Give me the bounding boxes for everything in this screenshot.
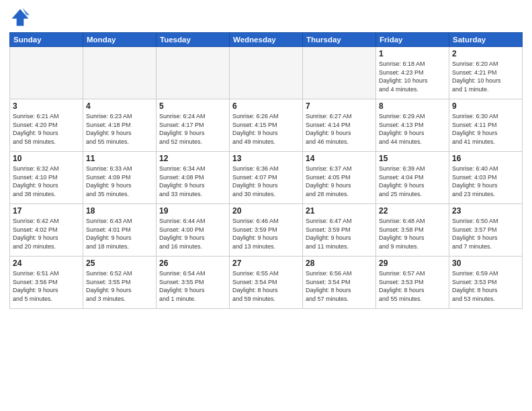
day-info: Sunrise: 6:39 AM Sunset: 4:04 PM Dayligh… [379,165,446,198]
calendar-cell: 24Sunrise: 6:51 AM Sunset: 3:56 PM Dayli… [10,257,83,309]
calendar-cell: 14Sunrise: 6:37 AM Sunset: 4:05 PM Dayli… [303,152,376,204]
calendar-cell: 3Sunrise: 6:21 AM Sunset: 4:20 PM Daylig… [10,99,83,152]
calendar-week-3: 17Sunrise: 6:42 AM Sunset: 4:02 PM Dayli… [10,204,523,257]
calendar-cell: 21Sunrise: 6:47 AM Sunset: 3:59 PM Dayli… [303,204,376,257]
calendar-cell: 29Sunrise: 6:57 AM Sunset: 3:53 PM Dayli… [376,257,449,309]
day-number: 6 [232,101,300,111]
day-info: Sunrise: 6:30 AM Sunset: 4:11 PM Dayligh… [452,112,519,146]
day-info: Sunrise: 6:24 AM Sunset: 4:17 PM Dayligh… [159,112,226,146]
calendar-cell: 2Sunrise: 6:20 AM Sunset: 4:21 PM Daylig… [449,47,523,99]
day-number: 23 [452,206,519,216]
day-info: Sunrise: 6:46 AM Sunset: 3:59 PM Dayligh… [232,217,300,250]
calendar-header-row: SundayMondayTuesdayWednesdayThursdayFrid… [10,33,523,47]
day-info: Sunrise: 6:40 AM Sunset: 4:03 PM Dayligh… [452,165,519,198]
calendar-cell: 26Sunrise: 6:54 AM Sunset: 3:55 PM Dayli… [157,257,230,309]
calendar-cell [157,47,230,99]
calendar-cell: 15Sunrise: 6:39 AM Sunset: 4:04 PM Dayli… [376,152,449,204]
day-info: Sunrise: 6:43 AM Sunset: 4:01 PM Dayligh… [86,217,153,250]
column-header-tuesday: Tuesday [157,33,230,47]
day-number: 24 [13,259,80,268]
day-number: 17 [13,206,80,216]
day-info: Sunrise: 6:23 AM Sunset: 4:18 PM Dayligh… [86,112,153,146]
day-info: Sunrise: 6:32 AM Sunset: 4:10 PM Dayligh… [13,165,80,198]
day-info: Sunrise: 6:57 AM Sunset: 3:53 PM Dayligh… [379,269,446,303]
day-info: Sunrise: 6:36 AM Sunset: 4:07 PM Dayligh… [232,165,300,198]
calendar-cell: 8Sunrise: 6:29 AM Sunset: 4:13 PM Daylig… [376,99,449,152]
calendar-week-2: 10Sunrise: 6:32 AM Sunset: 4:10 PM Dayli… [10,152,523,204]
calendar-cell: 5Sunrise: 6:24 AM Sunset: 4:17 PM Daylig… [157,99,230,152]
calendar-cell: 9Sunrise: 6:30 AM Sunset: 4:11 PM Daylig… [449,99,523,152]
day-number: 5 [159,101,226,111]
calendar-cell: 18Sunrise: 6:43 AM Sunset: 4:01 PM Dayli… [83,204,157,257]
day-info: Sunrise: 6:56 AM Sunset: 3:54 PM Dayligh… [306,269,373,303]
day-number: 7 [306,101,373,111]
column-header-saturday: Saturday [449,33,523,47]
header [9,7,523,28]
calendar-table: SundayMondayTuesdayWednesdayThursdayFrid… [9,32,523,309]
calendar-cell: 7Sunrise: 6:27 AM Sunset: 4:14 PM Daylig… [303,99,376,152]
day-info: Sunrise: 6:20 AM Sunset: 4:21 PM Dayligh… [452,60,519,93]
day-info: Sunrise: 6:50 AM Sunset: 3:57 PM Dayligh… [452,217,519,250]
calendar-cell: 10Sunrise: 6:32 AM Sunset: 4:10 PM Dayli… [10,152,83,204]
day-number: 18 [86,206,153,216]
day-number: 28 [306,259,373,268]
day-number: 8 [379,101,446,111]
day-number: 12 [159,154,226,163]
logo-icon [9,7,31,28]
calendar-cell: 16Sunrise: 6:40 AM Sunset: 4:03 PM Dayli… [449,152,523,204]
day-number: 4 [86,101,153,111]
column-header-thursday: Thursday [303,33,376,47]
day-number: 2 [452,49,519,58]
calendar-cell: 25Sunrise: 6:52 AM Sunset: 3:55 PM Dayli… [83,257,157,309]
column-header-monday: Monday [83,33,157,47]
calendar-cell: 19Sunrise: 6:44 AM Sunset: 4:00 PM Dayli… [157,204,230,257]
day-info: Sunrise: 6:21 AM Sunset: 4:20 PM Dayligh… [13,112,80,146]
day-info: Sunrise: 6:59 AM Sunset: 3:53 PM Dayligh… [452,269,519,303]
day-info: Sunrise: 6:55 AM Sunset: 3:54 PM Dayligh… [232,269,300,303]
day-info: Sunrise: 6:52 AM Sunset: 3:55 PM Dayligh… [86,269,153,303]
day-number: 1 [379,49,446,58]
day-number: 30 [452,259,519,268]
day-number: 9 [452,101,519,111]
day-info: Sunrise: 6:42 AM Sunset: 4:02 PM Dayligh… [13,217,80,250]
day-info: Sunrise: 6:48 AM Sunset: 3:58 PM Dayligh… [379,217,446,250]
day-number: 26 [159,259,226,268]
day-number: 25 [86,259,153,268]
day-number: 14 [306,154,373,163]
day-info: Sunrise: 6:54 AM Sunset: 3:55 PM Dayligh… [159,269,226,303]
logo [9,7,34,28]
calendar-cell: 30Sunrise: 6:59 AM Sunset: 3:53 PM Dayli… [449,257,523,309]
day-number: 29 [379,259,446,268]
column-header-sunday: Sunday [10,33,83,47]
day-number: 13 [232,154,300,163]
day-info: Sunrise: 6:26 AM Sunset: 4:15 PM Dayligh… [232,112,300,146]
calendar-cell: 12Sunrise: 6:34 AM Sunset: 4:08 PM Dayli… [157,152,230,204]
calendar-cell [83,47,157,99]
day-number: 15 [379,154,446,163]
calendar-cell: 1Sunrise: 6:18 AM Sunset: 4:23 PM Daylig… [376,47,449,99]
day-info: Sunrise: 6:33 AM Sunset: 4:09 PM Dayligh… [86,165,153,198]
day-number: 19 [159,206,226,216]
calendar-cell: 27Sunrise: 6:55 AM Sunset: 3:54 PM Dayli… [230,257,303,309]
calendar-cell: 23Sunrise: 6:50 AM Sunset: 3:57 PM Dayli… [449,204,523,257]
calendar-cell [303,47,376,99]
day-number: 27 [232,259,300,268]
calendar-cell: 6Sunrise: 6:26 AM Sunset: 4:15 PM Daylig… [230,99,303,152]
calendar-week-4: 24Sunrise: 6:51 AM Sunset: 3:56 PM Dayli… [10,257,523,309]
day-info: Sunrise: 6:29 AM Sunset: 4:13 PM Dayligh… [379,112,446,146]
calendar-cell: 11Sunrise: 6:33 AM Sunset: 4:09 PM Dayli… [83,152,157,204]
column-header-wednesday: Wednesday [230,33,303,47]
page: SundayMondayTuesdayWednesdayThursdayFrid… [0,0,532,411]
calendar-cell: 20Sunrise: 6:46 AM Sunset: 3:59 PM Dayli… [230,204,303,257]
day-info: Sunrise: 6:18 AM Sunset: 4:23 PM Dayligh… [379,60,446,93]
day-info: Sunrise: 6:51 AM Sunset: 3:56 PM Dayligh… [13,269,80,303]
calendar-cell: 4Sunrise: 6:23 AM Sunset: 4:18 PM Daylig… [83,99,157,152]
calendar-cell: 13Sunrise: 6:36 AM Sunset: 4:07 PM Dayli… [230,152,303,204]
calendar-cell [10,47,83,99]
day-number: 16 [452,154,519,163]
calendar-cell: 17Sunrise: 6:42 AM Sunset: 4:02 PM Dayli… [10,204,83,257]
day-info: Sunrise: 6:27 AM Sunset: 4:14 PM Dayligh… [306,112,373,146]
day-number: 10 [13,154,80,163]
day-number: 11 [86,154,153,163]
calendar-week-1: 3Sunrise: 6:21 AM Sunset: 4:20 PM Daylig… [10,99,523,152]
